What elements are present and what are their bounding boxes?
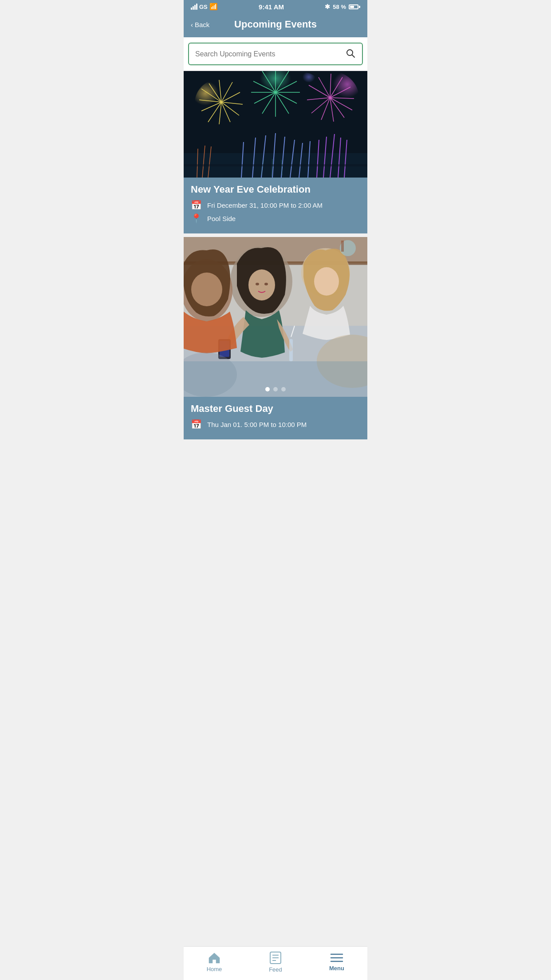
- chevron-left-icon: ‹: [191, 21, 193, 28]
- bluetooth-icon: ✱: [325, 3, 330, 10]
- svg-rect-63: [184, 164, 367, 166]
- event-image-fireworks: [184, 71, 367, 178]
- svg-line-1: [352, 55, 355, 58]
- event-location-new-year: 📍 Pool Side: [191, 213, 360, 224]
- dot-3: [281, 387, 286, 391]
- search-input[interactable]: [195, 50, 345, 58]
- event-title-new-year: New Year Eve Celebration: [191, 184, 360, 195]
- event-image-party: [184, 237, 367, 397]
- svg-point-79: [191, 273, 222, 306]
- search-button[interactable]: [345, 48, 356, 60]
- svg-rect-84: [184, 361, 367, 397]
- event-info-master-guest: Master Guest Day 📅 Thu Jan 01. 5:00 PM t…: [184, 397, 367, 439]
- back-button[interactable]: ‹ Back: [191, 21, 209, 28]
- event-card-master-guest[interactable]: Master Guest Day 📅 Thu Jan 01. 5:00 PM t…: [184, 237, 367, 439]
- calendar-icon: 📅: [191, 200, 202, 210]
- status-left: GS 📶: [191, 3, 218, 11]
- event-title-master-guest: Master Guest Day: [191, 403, 360, 415]
- dot-1: [265, 387, 270, 391]
- event-date-text-new-year: Fri December 31, 10:00 PM to 2:00 AM: [207, 202, 323, 209]
- event-location-text-new-year: Pool Side: [207, 215, 236, 222]
- page-title: Upcoming Events: [234, 19, 317, 30]
- event-card-new-year[interactable]: New Year Eve Celebration 📅 Fri December …: [184, 71, 367, 233]
- dot-2: [273, 387, 278, 391]
- event-date-master-guest: 📅 Thu Jan 01. 5:00 PM to 10:00 PM: [191, 419, 360, 430]
- search-container: [184, 37, 367, 71]
- carrier-label: GS: [199, 4, 208, 10]
- event-date-new-year: 📅 Fri December 31, 10:00 PM to 2:00 AM: [191, 200, 360, 210]
- svg-point-69: [314, 267, 339, 296]
- wifi-icon: 📶: [209, 3, 218, 11]
- svg-point-71: [248, 269, 275, 300]
- back-label: Back: [195, 21, 209, 28]
- event-info-new-year: New Year Eve Celebration 📅 Fri December …: [184, 178, 367, 233]
- search-box[interactable]: [188, 43, 363, 65]
- events-list: New Year Eve Celebration 📅 Fri December …: [184, 71, 367, 478]
- battery-percent: 58 %: [333, 4, 346, 10]
- status-right: ✱ 58 %: [325, 3, 360, 10]
- battery-icon: [349, 4, 360, 9]
- signal-bars: [191, 4, 197, 10]
- event-date-text-master-guest: Thu Jan 01. 5:00 PM to 10:00 PM: [207, 421, 307, 428]
- svg-point-73: [264, 283, 268, 285]
- app-header: ‹ Back Upcoming Events: [184, 13, 367, 37]
- svg-rect-83: [341, 241, 344, 252]
- status-time: 9:41 AM: [259, 3, 284, 11]
- svg-point-72: [256, 283, 259, 285]
- carousel-indicators: [265, 387, 286, 391]
- search-icon: [345, 48, 356, 59]
- calendar-icon-2: 📅: [191, 419, 202, 430]
- location-icon: 📍: [191, 213, 202, 224]
- svg-rect-76: [289, 339, 293, 361]
- status-bar: GS 📶 9:41 AM ✱ 58 %: [184, 0, 367, 13]
